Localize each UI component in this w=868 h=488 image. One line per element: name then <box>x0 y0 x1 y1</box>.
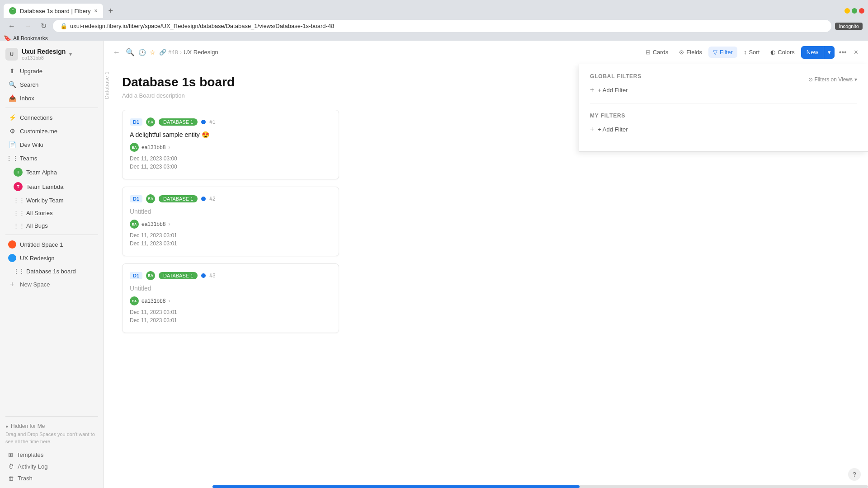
sidebar-item-devwiki[interactable]: 📄 Dev Wiki <box>3 138 101 151</box>
incognito-badge: Incognito <box>835 23 863 30</box>
sidebar-item-ux-redesign[interactable]: UX Redesign <box>3 252 101 264</box>
sidebar: U Uxui Redesign ea131bb8 ▾ ⬆ Upgrade 🔍 S… <box>0 41 104 488</box>
fields-label: Fields <box>686 49 702 56</box>
hidden-desc: Drag and Drop Spaces you don't want to s… <box>5 431 98 445</box>
filter-btn[interactable]: ▽ Filter <box>708 47 737 58</box>
my-add-filter-btn[interactable]: + + Add Filter <box>590 125 857 133</box>
tab-close-btn[interactable]: × <box>94 8 98 14</box>
workspace-header[interactable]: U Uxui Redesign ea131bb8 ▾ <box>0 44 104 64</box>
card-2-username: ea131bb8 <box>142 221 165 227</box>
all-bugs-icon: ⋮⋮ <box>15 222 23 229</box>
minimize-btn[interactable] <box>844 8 850 14</box>
card-2[interactable]: D1 EA DATABASE 1 #2 Untitled EA ea131bb8… <box>122 187 339 256</box>
colors-btn[interactable]: ◐ Colors <box>766 47 799 58</box>
card-1-num: #1 <box>209 119 215 125</box>
workspace-chevron: ▾ <box>69 51 72 57</box>
sidebar-item-search[interactable]: 🔍 Search <box>3 78 101 91</box>
sidebar-item-upgrade[interactable]: ⬆ Upgrade <box>3 65 101 77</box>
sidebar-item-all-stories[interactable]: ⋮⋮ All Stories <box>3 207 101 219</box>
clock-toolbar-btn[interactable]: 🕐 <box>138 49 146 56</box>
connections-icon: ⚡ <box>8 113 16 122</box>
all-bugs-label: All Bugs <box>26 222 48 229</box>
card-1-date1: Dec 11, 2023 03:00 <box>130 155 331 162</box>
sidebar-divider-3 <box>5 416 98 417</box>
colors-icon: ◐ <box>770 49 775 56</box>
activity-label: Activity Log <box>18 463 47 470</box>
sort-btn[interactable]: ↕ Sort <box>739 47 764 58</box>
sidebar-item-inbox[interactable]: 📥 Inbox <box>3 92 101 104</box>
card-1-d1-tag: D1 <box>130 118 142 126</box>
sidebar-item-database-board[interactable]: ⋮⋮ Database 1s board <box>3 265 101 277</box>
card-1[interactable]: D1 EA DATABASE 1 #1 A delightful sample … <box>122 110 339 179</box>
sidebar-item-all-bugs[interactable]: ⋮⋮ All Bugs <box>3 220 101 231</box>
card-3-num: #3 <box>209 272 215 279</box>
global-add-filter-btn[interactable]: + + Add Filter <box>590 86 857 94</box>
global-add-filter-icon: + <box>590 86 594 94</box>
toolbar-back-btn[interactable]: ← <box>111 47 122 58</box>
cards-btn[interactable]: ⊞ Cards <box>641 47 673 58</box>
ux-redesign-label: UX Redesign <box>20 255 55 262</box>
close-btn[interactable] <box>859 8 864 14</box>
new-space-icon: + <box>8 280 16 288</box>
hash-count: #48 <box>168 49 178 56</box>
customize-label: Customize.me <box>20 128 57 135</box>
back-nav-btn[interactable]: ← <box>5 20 18 32</box>
new-space-btn[interactable]: + New Space <box>3 278 101 291</box>
templates-icon: ⊞ <box>8 451 13 458</box>
scroll-indicator[interactable] <box>212 485 868 488</box>
untitled-space-icon <box>8 240 16 249</box>
card-1-status-dot <box>201 120 206 124</box>
database-board-icon: ⋮⋮ <box>15 267 23 275</box>
my-add-filter-label: + Add Filter <box>598 126 627 133</box>
sidebar-item-connections[interactable]: ⚡ Connections <box>3 111 101 124</box>
fields-btn[interactable]: ⊙ Fields <box>675 47 707 58</box>
sidebar-item-work-by-team[interactable]: ⋮⋮ Work by Team <box>3 194 101 206</box>
card-2-user-row: EA ea131bb8 › <box>130 220 331 229</box>
card-3-header: D1 EA DATABASE 1 #3 <box>130 271 331 280</box>
cards-label: Cards <box>653 49 669 56</box>
upgrade-icon: ⬆ <box>8 67 16 75</box>
sidebar-item-team-alpha[interactable]: T Team Alpha <box>3 165 101 179</box>
card-3-user-avatar: EA <box>130 296 139 305</box>
card-3-title: Untitled <box>130 285 331 292</box>
sidebar-item-teams[interactable]: ⋮⋮ Teams <box>3 152 101 164</box>
filter-icon: ▽ <box>713 49 717 56</box>
address-bar[interactable]: 🔒 uxui-redesign.fibery.io/fibery/space/U… <box>53 20 831 32</box>
sidebar-item-team-lambda[interactable]: T Team Lambda <box>3 180 101 193</box>
scroll-thumb <box>212 485 580 488</box>
devwiki-label: Dev Wiki <box>20 141 43 148</box>
filters-on-views-icon: ⊙ <box>808 76 813 83</box>
hash-icon: 🔗 <box>159 49 166 56</box>
new-btn-label[interactable]: New <box>801 46 824 58</box>
hidden-title[interactable]: ● Hidden for Me <box>5 423 98 429</box>
sidebar-item-customize[interactable]: ⚙ Customize.me <box>3 125 101 137</box>
card-2-header: D1 EA DATABASE 1 #2 <box>130 194 331 203</box>
sidebar-divider-2 <box>5 235 98 235</box>
filters-on-views-btn[interactable]: ⊙ Filters on Views ▾ <box>808 76 857 83</box>
close-filter-btn[interactable]: × <box>851 47 861 58</box>
active-tab[interactable]: F Database 1s board | Fibery × <box>4 4 103 18</box>
card-2-num: #2 <box>209 196 215 202</box>
card-2-date1: Dec 11, 2023 03:01 <box>130 232 331 239</box>
new-tab-btn[interactable]: + <box>105 6 117 16</box>
workspace-avatar: U <box>5 48 18 61</box>
work-by-team-label: Work by Team <box>26 197 64 204</box>
sidebar-item-trash[interactable]: 🗑 Trash <box>3 473 101 484</box>
forward-nav-btn[interactable]: → <box>22 20 34 32</box>
breadcrumb-label[interactable]: UX Redesign <box>184 49 218 56</box>
new-btn-dropdown[interactable]: ▾ <box>824 46 835 58</box>
search-toolbar-btn[interactable]: 🔍 <box>126 48 135 56</box>
help-btn[interactable]: ? <box>848 468 861 481</box>
main-content: ← 🔍 🕐 ☆ 🔗 #48 › UX Redesign ⊞ Cards ⊙ Fi… <box>104 41 868 488</box>
more-btn[interactable]: ••• <box>836 47 849 58</box>
sidebar-item-untitled-space[interactable]: Untitled Space 1 <box>3 238 101 251</box>
star-toolbar-btn[interactable]: ☆ <box>150 49 156 56</box>
reload-btn[interactable]: ↻ <box>38 20 49 32</box>
sidebar-item-activity[interactable]: ⏱ Activity Log <box>3 461 101 472</box>
devwiki-icon: 📄 <box>8 141 16 149</box>
card-3[interactable]: D1 EA DATABASE 1 #3 Untitled EA ea131bb8… <box>122 263 339 333</box>
card-2-arrow: › <box>168 221 170 227</box>
sidebar-item-templates[interactable]: ⊞ Templates <box>3 449 101 460</box>
maximize-btn[interactable] <box>852 8 857 14</box>
new-btn-group[interactable]: New ▾ <box>801 46 835 59</box>
